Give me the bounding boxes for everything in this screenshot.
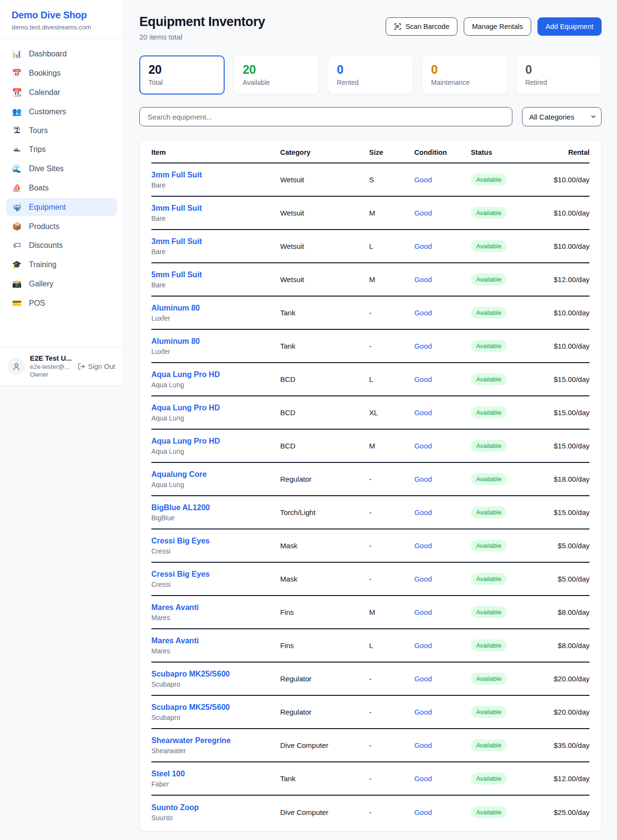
user-meta: E2E Test U... e2e-tester@... Owner bbox=[30, 354, 72, 379]
item-category: Tank bbox=[280, 342, 369, 350]
stat-card-retired[interactable]: 0 Retired bbox=[516, 55, 602, 95]
item-condition-link[interactable]: Good bbox=[414, 608, 432, 616]
brand-logo[interactable]: Demo Dive Shop bbox=[12, 10, 111, 21]
item-condition-link[interactable]: Good bbox=[414, 408, 432, 417]
sidebar-item-pos[interactable]: 💳 POS bbox=[6, 294, 117, 312]
sidebar-item-bookings[interactable]: 📅 Bookings bbox=[6, 64, 117, 82]
table-row: Scubapro MK25/S600 Scubapro Regulator - … bbox=[151, 663, 590, 696]
filter-row: All Categories bbox=[139, 107, 602, 126]
item-brand: Bare bbox=[151, 181, 280, 189]
item-name-link[interactable]: 3mm Full Suit bbox=[151, 237, 280, 246]
item-name-link[interactable]: Scubapro MK25/S600 bbox=[151, 670, 280, 678]
sidebar-item-equipment[interactable]: 🤿 Equipment bbox=[6, 198, 117, 216]
item-name-link[interactable]: Aluminum 80 bbox=[151, 337, 280, 346]
item-name-link[interactable]: Mares Avanti bbox=[151, 603, 280, 612]
item-category: Torch/Light bbox=[280, 508, 369, 516]
item-size: - bbox=[369, 508, 415, 516]
scan-barcode-button[interactable]: Scan Barcode bbox=[386, 17, 457, 36]
item-name-link[interactable]: 5mm Full Suit bbox=[151, 271, 280, 279]
item-brand: Mares bbox=[151, 614, 280, 622]
stat-card-rented[interactable]: 0 Rented bbox=[328, 55, 413, 95]
item-condition-link[interactable]: Good bbox=[414, 708, 432, 716]
status-badge: Available bbox=[471, 406, 507, 419]
item-name-link[interactable]: Shearwater Peregrine bbox=[151, 736, 280, 745]
item-condition-link[interactable]: Good bbox=[414, 309, 432, 317]
item-condition-link[interactable]: Good bbox=[414, 741, 432, 749]
item-name-link[interactable]: Aluminum 80 bbox=[151, 304, 280, 312]
tag-icon: 🏷 bbox=[12, 241, 22, 250]
item-condition-link[interactable]: Good bbox=[414, 242, 432, 250]
sidebar-item-training[interactable]: 🎓 Training bbox=[6, 256, 117, 273]
item-rental-price: $15.00/day bbox=[554, 442, 590, 450]
item-condition-link[interactable]: Good bbox=[414, 774, 432, 783]
item-name-link[interactable]: Scubapro MK25/S600 bbox=[151, 703, 280, 712]
item-condition-link[interactable]: Good bbox=[414, 275, 432, 284]
category-select[interactable]: All Categories bbox=[522, 107, 602, 126]
item-size: - bbox=[369, 309, 415, 317]
stat-card-available[interactable]: 20 Available bbox=[233, 55, 319, 95]
table-row: Aqua Lung Pro HD Aqua Lung BCD L Good Av… bbox=[151, 363, 590, 396]
table-row: Scubapro MK25/S600 Scubapro Regulator - … bbox=[151, 696, 590, 729]
item-brand: Cressi bbox=[151, 581, 280, 588]
sidebar-item-dive-sites[interactable]: 🌊 Dive Sites bbox=[6, 160, 117, 177]
item-category: Dive Computer bbox=[280, 741, 369, 749]
item-name-link[interactable]: 3mm Full Suit bbox=[151, 204, 280, 213]
sidebar-nav: 📊 Dashboard 📅 Bookings 📆 Calendar 👥 Cust… bbox=[0, 39, 123, 347]
sidebar-item-tours[interactable]: 🏝 Tours bbox=[6, 122, 117, 139]
item-condition-link[interactable]: Good bbox=[414, 575, 432, 583]
sidebar-item-dashboard[interactable]: 📊 Dashboard bbox=[6, 45, 117, 63]
item-name-link[interactable]: BigBlue AL1200 bbox=[151, 503, 280, 512]
search-input[interactable] bbox=[139, 107, 512, 126]
item-condition-link[interactable]: Good bbox=[414, 209, 432, 217]
item-name-link[interactable]: 3mm Full Suit bbox=[151, 171, 280, 179]
item-category: Mask bbox=[280, 542, 369, 550]
calendar-date-icon: 📅 bbox=[12, 68, 22, 78]
item-condition-link[interactable]: Good bbox=[414, 176, 432, 184]
item-name-link[interactable]: Cressi Big Eyes bbox=[151, 570, 280, 579]
item-name-link[interactable]: Cressi Big Eyes bbox=[151, 537, 280, 545]
sign-out-button[interactable]: Sign Out bbox=[78, 363, 115, 370]
item-category: Fins bbox=[280, 641, 369, 650]
sidebar-item-discounts[interactable]: 🏷 Discounts bbox=[6, 237, 117, 254]
item-category: Tank bbox=[280, 774, 369, 783]
add-equipment-button[interactable]: Add Equipment bbox=[537, 17, 602, 36]
sidebar-item-trips[interactable]: 🛥 Trips bbox=[6, 141, 117, 158]
item-category: Wetsuit bbox=[280, 176, 369, 184]
item-condition-link[interactable]: Good bbox=[414, 475, 432, 483]
item-name-link[interactable]: Steel 100 bbox=[151, 770, 280, 778]
item-condition-link[interactable]: Good bbox=[414, 675, 432, 683]
stat-cards: 20 Total 20 Available 0 Rented 0 Mainten… bbox=[139, 55, 602, 95]
user-email: e2e-tester@... bbox=[30, 363, 72, 371]
sidebar-item-gallery[interactable]: 📸 Gallery bbox=[6, 275, 117, 293]
item-condition-link[interactable]: Good bbox=[414, 808, 432, 816]
item-brand: Suunto bbox=[151, 814, 280, 822]
sidebar-item-calendar[interactable]: 📆 Calendar bbox=[6, 83, 117, 101]
item-brand: BigBlue bbox=[151, 514, 280, 522]
item-brand: Bare bbox=[151, 248, 280, 256]
sidebar-item-label: Equipment bbox=[29, 203, 66, 212]
item-name-link[interactable]: Aqua Lung Pro HD bbox=[151, 437, 280, 446]
item-category: Wetsuit bbox=[280, 209, 369, 217]
main-content: Equipment Inventory 20 items total Scan … bbox=[123, 0, 617, 839]
item-name-link[interactable]: Aqua Lung Pro HD bbox=[151, 370, 280, 379]
sidebar-item-boats[interactable]: ⛵ Boats bbox=[6, 179, 117, 197]
user-role: Owner bbox=[30, 371, 72, 379]
manage-rentals-button[interactable]: Manage Rentals bbox=[464, 17, 531, 36]
person-icon bbox=[12, 362, 21, 371]
item-condition-link[interactable]: Good bbox=[414, 342, 432, 350]
stat-card-total[interactable]: 20 Total bbox=[139, 55, 225, 95]
item-condition-link[interactable]: Good bbox=[414, 542, 432, 550]
sidebar-item-products[interactable]: 📦 Products bbox=[6, 217, 117, 235]
item-brand: Scubapro bbox=[151, 680, 280, 688]
item-condition-link[interactable]: Good bbox=[414, 641, 432, 650]
item-category: Dive Computer bbox=[280, 808, 369, 816]
item-condition-link[interactable]: Good bbox=[414, 508, 432, 516]
item-name-link[interactable]: Mares Avanti bbox=[151, 637, 280, 645]
item-name-link[interactable]: Suunto Zoop bbox=[151, 803, 280, 812]
item-condition-link[interactable]: Good bbox=[414, 375, 432, 383]
item-condition-link[interactable]: Good bbox=[414, 442, 432, 450]
item-name-link[interactable]: Aqualung Core bbox=[151, 470, 280, 479]
sidebar-item-customers[interactable]: 👥 Customers bbox=[6, 103, 117, 121]
stat-card-maintenance[interactable]: 0 Maintenance bbox=[422, 55, 507, 95]
item-name-link[interactable]: Aqua Lung Pro HD bbox=[151, 404, 280, 412]
